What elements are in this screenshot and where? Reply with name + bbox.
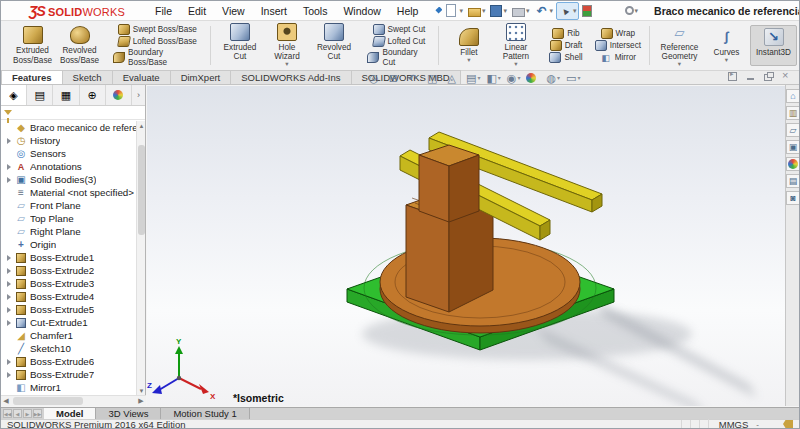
expand-arrow-icon[interactable]	[5, 372, 13, 378]
rebuild-button[interactable]: ▾	[580, 3, 599, 19]
study-tab[interactable]: 3D Views	[96, 408, 161, 419]
rib-button[interactable]: Rib	[550, 28, 581, 39]
boundary-button[interactable]: Boundary Boss/Base	[111, 48, 204, 66]
undo-button[interactable]: ▾	[532, 2, 555, 20]
dropdown-arrow-icon[interactable]: ▾	[459, 7, 463, 15]
new-button[interactable]: ▾	[442, 2, 465, 19]
shell-button[interactable]: Shell	[547, 52, 584, 63]
expand-arrow-icon[interactable]	[5, 177, 13, 183]
extruded-boss-button[interactable]: ExtrudedBoss/Base	[9, 24, 56, 66]
lofted-button[interactable]: Lofted Boss/Base	[116, 36, 199, 47]
tree-item[interactable]: Boss-Extrude2	[1, 264, 137, 277]
document-restore-icon[interactable]	[764, 72, 773, 81]
file-explorer-tab[interactable]: ▱	[786, 123, 799, 137]
menu-item[interactable]: File	[147, 3, 180, 19]
tree-item[interactable]: Chamfer1	[1, 329, 137, 342]
study-tab[interactable]: Motion Study 1	[161, 408, 249, 419]
ribbon-tab[interactable]: Features	[1, 70, 63, 84]
curves-button[interactable]: Curves ▾	[703, 26, 750, 66]
design-library-tab[interactable]: ▥	[786, 106, 799, 120]
model-canvas[interactable]: Y X Z	[147, 86, 787, 406]
tree-item[interactable]: Mirror1	[1, 381, 137, 394]
tree-item[interactable]: History	[1, 134, 137, 147]
featuremanager-tab[interactable]: ◈	[1, 85, 27, 105]
expand-arrow-icon[interactable]	[5, 320, 13, 326]
wrap-button[interactable]: Wrap	[599, 28, 637, 39]
mirror-f-button[interactable]: Mirror	[598, 52, 638, 63]
propertymanager-tab[interactable]: ▤	[27, 85, 53, 105]
displaymanager-tab[interactable]: ●	[106, 85, 132, 105]
display-style-button[interactable]: ◧ ▾	[486, 73, 500, 84]
tree-item[interactable]: Annotations	[1, 160, 137, 173]
expand-arrow-icon[interactable]	[5, 255, 13, 261]
dropdown-arrow-icon[interactable]: ▾	[482, 7, 486, 15]
print-button[interactable]: ▾	[510, 3, 532, 19]
scroll-left-icon[interactable]: ◀	[1, 397, 11, 405]
intersect-button[interactable]: Intersect	[593, 40, 643, 51]
dynamic-annotation-views-button[interactable]: ◬ ▾	[448, 73, 460, 84]
swept-cut-button[interactable]: Swept Cut	[371, 24, 428, 35]
panel-expand-chevron-icon[interactable]: ›	[132, 85, 145, 105]
view-orientation-button[interactable]: ▤ ▾	[466, 73, 480, 84]
dropdown-arrow-icon[interactable]: ▾	[549, 7, 553, 15]
linear-pattern-button[interactable]: LinearPattern ▾	[492, 21, 539, 70]
dropdown-arrow-icon[interactable]: ▾	[573, 7, 577, 15]
dropdown-arrow-icon[interactable]: ▾	[526, 7, 530, 15]
tree-item[interactable]: Right Plane	[1, 225, 137, 238]
file-properties-button[interactable]: ▾	[599, 2, 622, 20]
tags-icon[interactable]	[783, 420, 793, 428]
appearances-scenes-tab[interactable]: ●	[786, 157, 799, 171]
next-tab-icon[interactable]: ▶	[23, 409, 32, 418]
dimxpertmanager-tab[interactable]: ⊕	[80, 85, 106, 105]
graphics-viewport[interactable]: Y X Z *Isometric	[147, 86, 787, 406]
solidworks-resources-tab[interactable]: ⌂	[786, 89, 799, 103]
instant3d-button[interactable]: Instant3D ▾	[750, 25, 797, 67]
custom-properties-tab[interactable]: ▤	[786, 174, 799, 188]
save-button[interactable]: ▾	[488, 3, 509, 19]
tree-root-item[interactable]: Braco mecanico de referencia (Default	[1, 121, 137, 134]
tree-item[interactable]: Boss-Extrude6	[1, 355, 137, 368]
ref-geometry-button[interactable]: ReferenceGeometry ▾	[656, 21, 703, 70]
next-document-icon[interactable]	[728, 72, 737, 81]
tree-item[interactable]: Top Plane	[1, 212, 137, 225]
menu-item[interactable]: Edit	[180, 3, 214, 19]
zoom-to-area-button[interactable]: ⊞ ▾	[389, 73, 402, 84]
menu-item[interactable]: Tools	[295, 3, 336, 19]
tree-item[interactable]: Cut-Extrude1	[1, 316, 137, 329]
options-button[interactable]: ▾	[623, 4, 641, 17]
tree-item[interactable]: Origin	[1, 238, 137, 251]
dropdown-arrow-icon[interactable]: ▾	[503, 7, 507, 15]
expand-arrow-icon[interactable]	[5, 359, 13, 365]
menu-item[interactable]: View	[214, 3, 253, 19]
tree-vertical-scrollbar[interactable]: ▲ ▼	[136, 121, 145, 395]
apply-scene-button[interactable]: ◍ ▾	[546, 73, 560, 84]
units-dropdown-icon[interactable]: -	[756, 420, 759, 429]
expand-arrow-icon[interactable]	[5, 164, 13, 170]
tree-item[interactable]: Boss-Extrude3	[1, 277, 137, 290]
tree-item[interactable]: Boss-Extrude4	[1, 290, 137, 303]
previous-view-button[interactable]: ↶ ▾	[408, 73, 421, 84]
ribbon-tab[interactable]: SOLIDWORKS Add-Ins	[230, 70, 351, 84]
menu-item[interactable]: Window	[335, 3, 388, 19]
study-tab[interactable]: Model	[44, 408, 96, 419]
filter-funnel-icon[interactable]	[4, 110, 12, 115]
prev-tab-icon[interactable]: ◀	[13, 409, 22, 418]
draft-button[interactable]: Draft	[548, 40, 585, 51]
expand-arrow-icon[interactable]	[5, 138, 13, 144]
boundary-cut-button[interactable]: Boundary Cut	[365, 48, 432, 66]
extruded-cut-button[interactable]: ExtrudedCut ▾	[216, 21, 263, 70]
tree-item[interactable]: Sensors	[1, 147, 137, 160]
view-palette-tab[interactable]: ▣	[786, 140, 799, 154]
tree-item[interactable]: Front Plane	[1, 199, 137, 212]
dropdown-arrow-icon[interactable]: ▾	[635, 7, 639, 15]
tree-item[interactable]: Material <not specified>	[1, 186, 137, 199]
scrollbar-thumb[interactable]	[13, 397, 83, 405]
tree-item[interactable]: Sketch10	[1, 342, 137, 355]
ribbon-tab[interactable]: Evaluate	[112, 70, 171, 84]
last-tab-icon[interactable]: ▶▶	[33, 409, 42, 418]
first-tab-icon[interactable]: ◀◀	[3, 409, 12, 418]
zoom-to-fit-button[interactable]: ◎ ▾	[369, 73, 383, 84]
tree-item[interactable]: Solid Bodies(3)	[1, 173, 137, 186]
configurationmanager-tab[interactable]: ▦	[53, 85, 79, 105]
scroll-up-icon[interactable]: ▲	[137, 121, 146, 130]
